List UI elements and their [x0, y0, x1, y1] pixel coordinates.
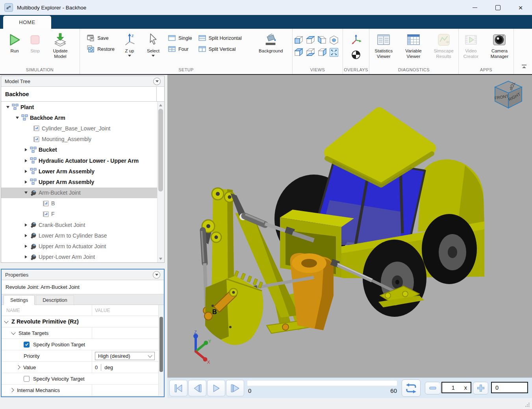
view-bottom-button[interactable]	[304, 46, 316, 58]
four-view-icon	[168, 45, 176, 53]
collapse-ribbon-button[interactable]	[521, 64, 527, 71]
go-to-start-button[interactable]	[169, 380, 187, 396]
center-of-mass-overlay-button[interactable]	[350, 49, 362, 62]
background-button[interactable]: Background	[254, 32, 288, 54]
expander-down-icon[interactable]	[6, 106, 9, 108]
tab-description[interactable]: Description	[36, 295, 74, 305]
simscape-results-button[interactable]: Simscape Results	[429, 32, 458, 59]
tree-item-lower-arm-to-cylinder-base[interactable]: Lower Arm to Cylinder Base	[1, 230, 157, 241]
tree-item-upper-lower-arm-joint[interactable]: Upper-Lower Arm Joint	[1, 252, 157, 262]
expander-down-icon[interactable]	[16, 117, 19, 119]
prop-row-z-revolute[interactable]: Z Revolute Primitive (Rz)	[2, 316, 164, 327]
checkbox-checked[interactable]	[24, 342, 30, 348]
four-view-button[interactable]: Four	[168, 45, 192, 53]
z-up-button[interactable]: z Z up	[121, 32, 138, 57]
expand-chevron-icon[interactable]	[9, 388, 14, 392]
tree-item-crank-bucket-joint[interactable]: Crank-Bucket Joint	[1, 219, 157, 230]
tree-item-hydraulic-actuator[interactable]: Hydraulic Actuator Lower - Upper Arm	[1, 155, 157, 166]
view-top-button[interactable]	[304, 34, 316, 46]
model-tree-menu-button[interactable]	[153, 78, 161, 85]
restore-button[interactable]: Restore	[87, 45, 115, 53]
split-horizontal-button[interactable]: Split Horizontal	[198, 34, 242, 42]
tree-item-upper-arm-assembly[interactable]: Upper Arm Assembly	[1, 177, 157, 187]
play-button[interactable]	[207, 380, 225, 396]
split-vertical-button[interactable]: Split Vertical	[198, 45, 242, 53]
save-button[interactable]: Save	[87, 34, 115, 42]
tree-item-arm-bucket-joint[interactable]: Arm-Bucket Joint	[1, 188, 157, 198]
update-model-button[interactable]: Update Model	[47, 32, 74, 59]
tree-item-frame-b[interactable]: B	[1, 198, 157, 209]
maximize-button[interactable]	[486, 0, 509, 15]
view-left-button[interactable]	[316, 34, 328, 46]
y-axis-label: Y	[208, 339, 211, 344]
stop-button[interactable]: Stop	[26, 32, 44, 54]
select-button[interactable]: Select	[145, 32, 162, 57]
expander-right-icon[interactable]	[25, 180, 27, 184]
model-tree-scrollbar[interactable]	[157, 102, 164, 262]
run-button[interactable]: Run	[6, 32, 23, 54]
resize-grip[interactable]	[525, 402, 530, 407]
close-button[interactable]: ×	[509, 0, 532, 15]
single-view-button[interactable]: Single	[168, 34, 192, 42]
prop-row-specify-velocity-target[interactable]: Specify Velocity Target	[2, 373, 164, 385]
prop-row-internal-mechanics[interactable]: Internal Mechanics	[2, 385, 164, 396]
view-back-button[interactable]	[293, 46, 304, 58]
tab-home[interactable]: HOME	[3, 16, 51, 29]
video-creator-button[interactable]: Video Creator	[459, 32, 483, 59]
current-time-display[interactable]: 0	[491, 382, 528, 393]
view-cube[interactable]: TOP FRONT RIGHT	[490, 78, 526, 114]
fit-to-view-button[interactable]	[328, 46, 339, 58]
view-front-button[interactable]	[293, 34, 304, 46]
step-forward-button[interactable]	[226, 380, 244, 396]
scrollbar-thumb[interactable]	[158, 109, 163, 191]
expander-right-icon[interactable]	[25, 170, 27, 173]
statistics-viewer-button[interactable]: Statistics Viewer	[369, 32, 398, 59]
tree-item-mounting-assembly[interactable]: Mounting_Assembly	[1, 134, 157, 145]
prop-row-state-targets[interactable]: State Targets	[2, 327, 164, 339]
loop-icon	[405, 383, 417, 394]
minimize-button[interactable]	[463, 0, 486, 15]
expand-chevron-icon[interactable]	[16, 365, 20, 369]
prop-row-value[interactable]: Value 0 deg	[2, 362, 164, 373]
tab-settings[interactable]: Settings	[4, 295, 35, 305]
viewport-3d[interactable]: B TOP FRONT RIGHT Z Y X	[167, 75, 532, 377]
expander-right-icon[interactable]	[25, 255, 27, 258]
properties-menu-button[interactable]	[153, 271, 160, 279]
priority-dropdown[interactable]: High (desired)	[95, 352, 155, 360]
speed-increase-button[interactable]	[473, 382, 488, 394]
prop-row-specify-position-target[interactable]: Specify Position Target	[2, 339, 164, 350]
expander-right-icon[interactable]	[25, 148, 27, 151]
speed-display[interactable]: 1 x	[441, 382, 471, 393]
expander-down-icon[interactable]	[24, 191, 28, 194]
tree-item-upper-arm-to-actuator-joint[interactable]: Upper Arm to Actuator Joint	[1, 241, 157, 251]
frames-overlay-button[interactable]	[350, 34, 362, 47]
expander-right-icon[interactable]	[25, 245, 27, 248]
value-field[interactable]: 0	[95, 364, 98, 370]
view-isometric-button[interactable]	[328, 34, 339, 46]
properties-scrollbar[interactable]	[158, 305, 164, 396]
collapse-chevron-icon[interactable]	[4, 319, 8, 323]
tree-item-lower-arm-assembly[interactable]: Lower Arm Assembly	[1, 166, 157, 177]
prop-row-priority[interactable]: Priority High (desired)	[2, 350, 164, 362]
tree-item-cylinder-base-lower-joint[interactable]: Cylinder_Base_Lower_Joint	[1, 123, 157, 134]
unit-field[interactable]: deg	[104, 364, 113, 370]
collapse-chevron-icon[interactable]	[11, 330, 15, 335]
cube-isometric-icon	[329, 35, 339, 45]
expander-right-icon[interactable]	[25, 234, 27, 237]
tree-item-bucket[interactable]: Bucket	[1, 145, 157, 155]
expander-right-icon[interactable]	[25, 159, 27, 162]
scrollbar-thumb[interactable]	[159, 317, 163, 372]
camera-manager-button[interactable]: Camera Manager	[486, 32, 513, 59]
checkbox-unchecked[interactable]	[24, 376, 30, 382]
speed-decrease-button[interactable]	[425, 382, 441, 394]
step-back-button[interactable]	[188, 380, 206, 396]
loop-button[interactable]	[402, 379, 421, 397]
tree-root-row[interactable]: Backhoe	[1, 87, 164, 102]
expander-right-icon[interactable]	[25, 223, 27, 227]
tree-item-frame-f[interactable]: F	[1, 209, 157, 219]
tree-item-backhoe-arm[interactable]: Backhoe Arm	[1, 112, 157, 123]
variable-viewer-button[interactable]: Variable Viewer	[400, 32, 428, 59]
tree-item-plant[interactable]: Plant	[1, 102, 157, 112]
view-right-button[interactable]	[316, 46, 328, 58]
time-slider[interactable]	[247, 381, 397, 386]
